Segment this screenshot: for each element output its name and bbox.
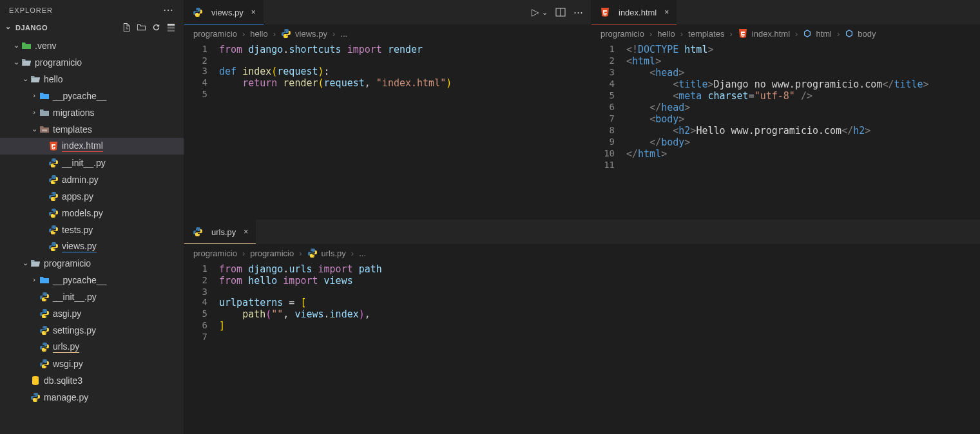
chevron-down-icon[interactable]: ⌄	[21, 259, 30, 267]
breadcrumb-label: hello	[250, 29, 267, 39]
tree-item-wsgi-py[interactable]: wsgi.py	[0, 355, 184, 372]
tree-item-__init__-py[interactable]: __init__.py	[0, 288, 184, 305]
tree-item-manage-py[interactable]: manage.py	[0, 389, 184, 406]
breadcrumb-item[interactable]: body	[845, 29, 876, 39]
tree-item-label: manage.py	[44, 392, 88, 402]
tab-underline	[591, 24, 677, 24]
code-line[interactable]: 4 return render(request, "index.html")	[184, 77, 591, 89]
code-line[interactable]: 9 </body>	[591, 137, 980, 148]
breadcrumb-item[interactable]: ...	[340, 29, 347, 39]
line-number: 4	[184, 77, 219, 89]
chevron-down-icon[interactable]: ⌄	[21, 75, 30, 83]
tree-item-models-py[interactable]: models.py	[0, 205, 184, 222]
more-icon[interactable]: ⋯	[573, 6, 583, 18]
breadcrumb-item[interactable]: ...	[359, 249, 366, 258]
tree-item-tests-py[interactable]: tests.py	[0, 222, 184, 238]
chevron-right-icon[interactable]: ›	[30, 276, 39, 283]
chevron-right-icon[interactable]: ›	[30, 91, 39, 99]
breadcrumb-item[interactable]: hello	[657, 29, 675, 39]
project-name[interactable]: DJANGO	[15, 24, 48, 32]
code-line[interactable]: 5	[184, 89, 591, 99]
run-icon[interactable]: ▷	[532, 6, 539, 18]
code-line[interactable]: 4urlpatterns = [	[184, 297, 980, 308]
breadcrumb-item[interactable]: programicio	[193, 29, 237, 39]
code-line[interactable]: 2	[184, 55, 591, 66]
chevron-right-icon: ›	[299, 249, 302, 258]
line-number: 9	[591, 137, 626, 148]
tree-item-hello[interactable]: ⌄hello	[0, 71, 184, 88]
code-line[interactable]: 4 <title>Django no www.programicio.com</…	[591, 79, 980, 90]
tree-item-apps-py[interactable]: apps.py	[0, 188, 184, 205]
chevron-down-icon[interactable]: ⌄	[30, 125, 39, 133]
tree-item-templates[interactable]: ⌄templates	[0, 121, 184, 138]
tree-item-db-sqlite3[interactable]: db.sqlite3	[0, 372, 184, 389]
breadcrumb-item[interactable]: programicio	[193, 249, 237, 258]
breadcrumb-item[interactable]: programicio	[600, 29, 644, 39]
tree-item-label: admin.py	[62, 175, 99, 185]
tree-item-views-py[interactable]: views.py	[0, 238, 184, 255]
tree-item-programicio[interactable]: ⌄programicio	[0, 54, 184, 71]
tab-views-py[interactable]: views.py ×	[184, 0, 264, 24]
line-content: def index(request):	[219, 66, 330, 77]
tree-item-label: hello	[44, 74, 63, 84]
code-line[interactable]: 10</html>	[591, 148, 980, 160]
chevron-down-icon[interactable]: ⌄	[12, 41, 21, 50]
explorer-more-icon[interactable]: ⋯	[163, 4, 175, 16]
split-icon[interactable]	[555, 7, 566, 17]
folder-py-icon	[39, 275, 50, 285]
code-line[interactable]: 7	[184, 332, 980, 342]
tree-item-asgi-py[interactable]: asgi.py	[0, 305, 184, 322]
tree-item-urls-py[interactable]: urls.py	[0, 339, 184, 355]
code-line[interactable]: 3 <head>	[591, 67, 980, 79]
run-dropdown-icon[interactable]: ⌄	[542, 8, 548, 17]
breadcrumb-item[interactable]: programicio	[250, 249, 294, 258]
breadcrumb-item[interactable]: urls.py	[307, 248, 346, 258]
code-line[interactable]: 11	[591, 160, 980, 170]
tree-item-index-html[interactable]: index.html	[0, 138, 184, 155]
tab-urls-py[interactable]: urls.py ×	[184, 220, 256, 244]
chevron-down-icon[interactable]: ⌄	[12, 58, 21, 66]
tree-item-__init__-py[interactable]: __init__.py	[0, 155, 184, 171]
code-line[interactable]: 6]	[184, 320, 980, 332]
code-line[interactable]: 1<!DOCTYPE html>	[591, 44, 980, 55]
breadcrumb-item[interactable]: html	[803, 29, 832, 39]
code-line[interactable]: 1from django.shortcuts import render	[184, 44, 591, 55]
close-icon[interactable]: ×	[251, 8, 256, 17]
chevron-right-icon: ›	[242, 29, 245, 39]
tree-item-__pycache__[interactable]: ›__pycache__	[0, 88, 184, 104]
code-line[interactable]: 2<html>	[591, 55, 980, 67]
breadcrumb-item[interactable]: index.html	[738, 28, 790, 39]
close-icon[interactable]: ×	[244, 227, 248, 236]
breadcrumb-item[interactable]: templates	[688, 29, 724, 39]
code-line[interactable]: 3	[184, 287, 980, 297]
tab-index-html[interactable]: index.html ×	[591, 0, 677, 24]
breadcrumb-item[interactable]: hello	[250, 29, 267, 39]
code-line[interactable]: 2from hello import views	[184, 275, 980, 287]
code-line[interactable]: 8 <h2>Hello www.programicio.com</h2>	[591, 125, 980, 137]
line-content: </head>	[626, 102, 690, 113]
tree-item-settings-py[interactable]: settings.py	[0, 322, 184, 339]
tree-item-migrations[interactable]: ›migrations	[0, 104, 184, 121]
tree-item-admin-py[interactable]: admin.py	[0, 171, 184, 188]
close-icon[interactable]: ×	[664, 8, 669, 17]
code-line[interactable]: 5 path("", views.index),	[184, 308, 980, 320]
refresh-icon[interactable]	[151, 23, 161, 32]
code-line[interactable]: 6 </head>	[591, 102, 980, 113]
chevron-right-icon[interactable]: ›	[30, 108, 39, 116]
py-icon	[30, 392, 41, 402]
new-file-icon[interactable]	[122, 23, 131, 32]
tree-item--venv[interactable]: ⌄.venv	[0, 37, 184, 54]
chevron-down-icon[interactable]: ⌄	[4, 23, 13, 31]
tree-item-programicio[interactable]: ⌄programicio	[0, 255, 184, 272]
code-line[interactable]: 3def index(request):	[184, 66, 591, 77]
code-line[interactable]: 7 <body>	[591, 113, 980, 125]
code-line[interactable]: 5 <meta charset="utf-8" />	[591, 90, 980, 102]
collapse-icon[interactable]	[166, 23, 176, 32]
new-folder-icon[interactable]	[137, 23, 146, 32]
tree-item-__pycache__[interactable]: ›__pycache__	[0, 272, 184, 288]
html-icon	[48, 141, 59, 151]
code-line[interactable]: 1from django.urls import path	[184, 263, 980, 275]
tree-item-label: __init__.py	[53, 292, 97, 302]
chevron-right-icon: ›	[242, 249, 245, 258]
breadcrumb-item[interactable]: views.py	[281, 28, 327, 39]
